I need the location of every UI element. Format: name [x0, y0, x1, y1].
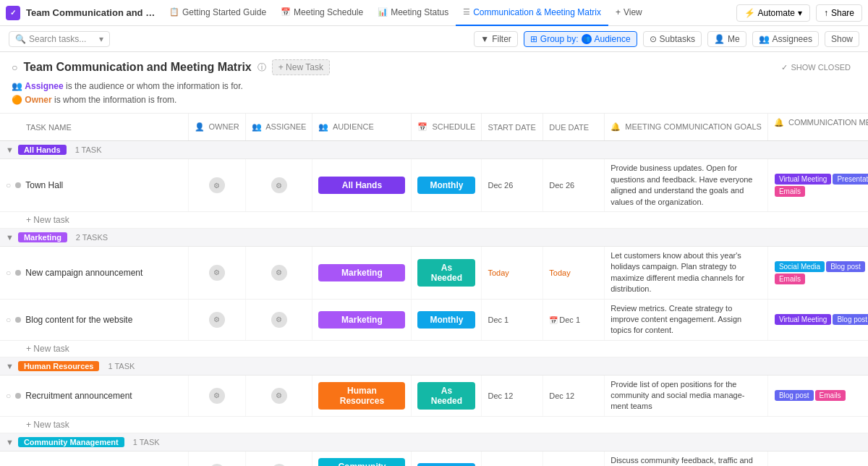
group-by-control[interactable]: ⊞ Group by: 👥 Audience: [524, 31, 637, 47]
owner-term: Owner: [25, 95, 51, 105]
start-date-recruitment: Dec 12: [488, 391, 513, 400]
owner-avatar-town-hall[interactable]: ⚙: [209, 177, 225, 193]
subtasks-button[interactable]: ⊙ Subtasks: [643, 31, 702, 47]
schedule-badge-blog-content: Monthly: [417, 311, 475, 329]
add-task-link-marketing[interactable]: + New task: [26, 344, 69, 354]
task-dot-town-hall: [15, 182, 21, 188]
automate-icon: ⚡: [744, 8, 755, 18]
assignee-desc: is the audience or whom the information …: [64, 81, 243, 91]
group-tag-human-resources: Human Resources: [18, 361, 100, 371]
task-name-blog-content[interactable]: Blog content for the website: [25, 315, 132, 325]
col-assignee: 👥 ASSIGNEE: [245, 114, 312, 141]
owner-avatar-recruitment[interactable]: ⚙: [209, 388, 225, 404]
tab-comm-matrix-icon: ☰: [463, 7, 470, 17]
assignee-avatar-town-hall[interactable]: ⚙: [271, 177, 287, 193]
tab-meeting-status[interactable]: 📊 Meeting Status: [370, 0, 456, 26]
audience-badge-blog-content: Marketing: [318, 311, 405, 329]
col-schedule: 📅 SCHEDULE: [412, 114, 482, 141]
comm-methods-recruitment: Blog postEmails: [774, 389, 868, 402]
main-table-container: TASK NAME 👤 OWNER 👥 ASSIGNEE 👥 AUDIENCE …: [0, 114, 868, 466]
due-date-town-hall: Dec 26: [549, 181, 574, 190]
group-tag-marketing: Marketing: [18, 232, 67, 242]
new-task-label: + New Task: [278, 62, 323, 72]
search-chevron-icon: ▾: [99, 34, 103, 44]
group-expand-icon[interactable]: ▼: [6, 233, 14, 242]
task-check-icon[interactable]: ○: [6, 315, 11, 325]
comm-methods-blog-content: Virtual MeetingBlog post: [774, 313, 868, 326]
col-due-date: DUE DATE: [543, 114, 605, 141]
info-icon[interactable]: ⓘ: [258, 62, 266, 74]
show-label: Show: [831, 34, 853, 44]
tab-bar: 📋 Getting Started Guide 📅 Meeting Schedu…: [162, 0, 731, 26]
assignee-avatar-new-campaign[interactable]: ⚙: [271, 265, 287, 281]
add-task-link-human-resources[interactable]: + New task: [26, 420, 69, 430]
group-row-marketing[interactable]: ▼ Marketing 2 TASKS: [0, 228, 868, 246]
col-task-name: TASK NAME: [0, 114, 188, 141]
task-dot-blog-content: [15, 317, 21, 323]
comm-badge-new-campaign-0: Social Media: [775, 261, 825, 272]
filter-button[interactable]: ▼ Filter: [474, 31, 518, 47]
add-task-link-all-hands[interactable]: + New task: [26, 215, 69, 225]
col-start-date: START DATE: [482, 114, 543, 141]
assignees-button[interactable]: 👥 Assignees: [752, 31, 819, 47]
filter-bar: 🔍 Search tasks... ▾ ▼ Filter ⊞ Group by:…: [0, 26, 868, 52]
share-button[interactable]: ↑ Share: [816, 4, 862, 22]
me-button[interactable]: 👤 Me: [707, 31, 746, 47]
add-task-row-marketing: + New task: [0, 340, 868, 357]
task-check-icon[interactable]: ○: [6, 268, 11, 278]
subtasks-icon: ⊙: [650, 34, 657, 44]
group-expand-icon[interactable]: ▼: [6, 438, 14, 446]
owner-avatar-new-campaign[interactable]: ⚙: [209, 265, 225, 281]
audience-badge-town-hall: All Hands: [318, 177, 405, 194]
search-box[interactable]: 🔍 Search tasks... ▾: [9, 31, 110, 47]
page-title: Team Communication and Meeting Matrix: [23, 61, 251, 74]
assignee-avatar-blog-content[interactable]: ⚙: [271, 312, 287, 328]
schedule-badge-community-update: Monthly: [417, 463, 475, 466]
task-name-new-campaign[interactable]: New campaign announcement: [25, 268, 142, 278]
automate-button[interactable]: ⚡ Automate ▾: [736, 4, 810, 22]
comm-badge-town-hall-0: Virtual Meeting: [775, 174, 832, 185]
assignee-avatar-recruitment[interactable]: ⚙: [271, 388, 287, 404]
share-label: Share: [831, 8, 854, 18]
assignee-term: Assignee: [25, 81, 63, 91]
start-date-town-hall: Dec 26: [488, 181, 513, 190]
app-icon: ✓: [6, 6, 20, 20]
comm-badge-town-hall-2: Emails: [775, 186, 805, 197]
tab-meeting-status-label: Meeting Status: [391, 7, 448, 17]
schedule-badge-town-hall: Monthly: [417, 177, 475, 194]
show-button[interactable]: Show: [825, 31, 859, 47]
automate-chevron-icon: ▾: [798, 8, 802, 18]
owner-avatar-blog-content[interactable]: ⚙: [209, 312, 225, 328]
comm-badge-town-hall-1: Presentation: [833, 174, 868, 185]
comm-badge-new-campaign-2: Emails: [775, 274, 805, 284]
comm-badge-recruitment-1: Emails: [815, 390, 846, 401]
group-row-community-management[interactable]: ▼ Community Management 1 TASK: [0, 433, 868, 451]
group-row-all-hands[interactable]: ▼ All Hands 1 TASK: [0, 141, 868, 159]
comm-badge-new-campaign-1: Blog post: [826, 261, 865, 272]
tab-add-view[interactable]: + View: [608, 0, 650, 26]
tab-getting-started[interactable]: 📋 Getting Started Guide: [162, 0, 273, 26]
task-name-recruitment[interactable]: Recruitment announcement: [25, 391, 132, 401]
task-check-icon[interactable]: ○: [6, 180, 11, 190]
top-bar: ✓ Team Communication and Meeting Ma... 📋…: [0, 0, 868, 26]
new-task-button[interactable]: + New Task: [272, 59, 330, 75]
table-row-blog-content: ○ Blog content for the website ⚙⚙Marketi…: [0, 299, 868, 340]
goals-town-hall: Provide business updates. Open for quest…: [610, 163, 762, 208]
add-task-row-human-resources: + New task: [0, 416, 868, 433]
due-date-new-campaign: Today: [549, 268, 570, 277]
tab-meeting-schedule[interactable]: 📅 Meeting Schedule: [273, 0, 370, 26]
audience-badge-community-update: Community Management: [318, 458, 405, 466]
group-expand-icon[interactable]: ▼: [6, 362, 14, 370]
task-name-town-hall[interactable]: Town Hall: [25, 180, 63, 190]
goals-recruitment: Provide list of open positions for the c…: [610, 379, 762, 412]
column-header-row: TASK NAME 👤 OWNER 👥 ASSIGNEE 👥 AUDIENCE …: [0, 114, 868, 141]
group-row-human-resources[interactable]: ▼ Human Resources 1 TASK: [0, 357, 868, 375]
task-check-icon[interactable]: ○: [6, 391, 11, 401]
audience-icon: 👥: [582, 34, 592, 44]
tab-comm-matrix[interactable]: ☰ Communication & Meeting Matrix: [456, 0, 608, 26]
show-closed-button[interactable]: ✓ SHOW CLOSED: [775, 61, 856, 75]
group-expand-icon[interactable]: ▼: [6, 145, 14, 154]
group-task-count-human-resources: 1 TASK: [108, 362, 135, 370]
due-date-recruitment: Dec 12: [549, 391, 574, 400]
filter-label: Filter: [492, 34, 511, 44]
